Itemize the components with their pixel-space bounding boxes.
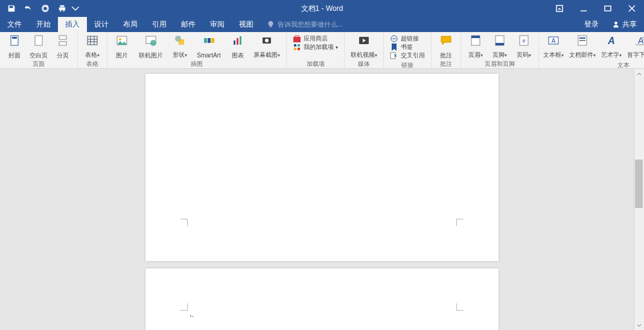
bookmark-button[interactable]: 书签 bbox=[389, 43, 426, 51]
screenshot-button[interactable]: 屏幕截图▾ bbox=[250, 33, 284, 60]
scroll-up-button[interactable] bbox=[634, 69, 644, 79]
smartart-icon bbox=[203, 34, 215, 47]
online-pictures-icon bbox=[145, 34, 157, 47]
textbox-button[interactable]: A 文本框▾ bbox=[541, 33, 566, 60]
online-pictures-button[interactable]: 联机图片 bbox=[134, 33, 168, 60]
store-icon bbox=[293, 34, 301, 43]
tab-mailings[interactable]: 邮件 bbox=[174, 17, 203, 32]
svg-rect-41 bbox=[496, 43, 504, 45]
crossref-icon bbox=[390, 51, 398, 60]
tab-view[interactable]: 视图 bbox=[232, 17, 261, 32]
ribbon-options-button[interactable] bbox=[547, 0, 572, 17]
group-tables: 表格▾ 表格 bbox=[78, 32, 107, 68]
save-icon bbox=[7, 4, 16, 13]
tab-insert[interactable]: 插入 bbox=[58, 17, 87, 32]
window-title: 文档1 - Word bbox=[301, 4, 343, 14]
document-page-2[interactable] bbox=[145, 268, 499, 330]
shapes-button[interactable]: 形状▾ bbox=[168, 33, 192, 60]
svg-text:A: A bbox=[552, 37, 556, 44]
qat-customize-button[interactable] bbox=[71, 1, 80, 16]
group-text: A 文本框▾ 文档部件▾ A 艺术字▾ A 首字下沉▾ 签名行▾ bbox=[539, 32, 644, 68]
smartart-button[interactable]: SmartArt bbox=[192, 33, 226, 60]
footer-icon bbox=[494, 34, 506, 47]
undo-icon bbox=[24, 4, 33, 13]
cover-page-button[interactable]: 封面 bbox=[2, 33, 27, 60]
chevron-up-icon bbox=[637, 72, 642, 77]
svg-rect-33 bbox=[294, 48, 296, 50]
close-icon bbox=[628, 5, 636, 12]
share-button[interactable]: 共享 bbox=[605, 19, 644, 30]
svg-point-5 bbox=[614, 22, 617, 25]
group-label-comments: 批注 bbox=[440, 60, 452, 68]
undo-button[interactable] bbox=[21, 1, 36, 16]
comment-icon bbox=[440, 34, 452, 47]
crossref-button[interactable]: 交叉引用 bbox=[389, 51, 426, 60]
svg-rect-48 bbox=[579, 40, 585, 41]
print-icon bbox=[58, 4, 66, 13]
close-button[interactable] bbox=[620, 0, 644, 17]
maximize-button[interactable] bbox=[596, 0, 620, 17]
text-cursor bbox=[190, 314, 194, 317]
page-number-button[interactable]: # 页码▾ bbox=[512, 33, 536, 60]
bookmark-icon bbox=[390, 43, 398, 51]
header-button[interactable]: 页眉▾ bbox=[464, 33, 488, 60]
my-addins-button[interactable]: 我的加载项▾ bbox=[292, 43, 339, 51]
svg-rect-31 bbox=[294, 44, 296, 47]
comment-button[interactable]: 批注 bbox=[434, 33, 458, 60]
tab-references[interactable]: 引用 bbox=[145, 17, 174, 32]
document-page-1[interactable] bbox=[145, 74, 499, 261]
blank-page-button[interactable]: 空白页 bbox=[27, 33, 51, 60]
page-break-button[interactable]: 分页 bbox=[51, 33, 75, 60]
svg-rect-21 bbox=[179, 39, 184, 45]
dropcap-icon: A bbox=[634, 34, 644, 47]
group-label-addins: 加载项 bbox=[307, 60, 325, 68]
quick-print-button[interactable] bbox=[54, 1, 70, 16]
scroll-thumb[interactable] bbox=[635, 160, 643, 208]
redo-icon bbox=[41, 4, 49, 13]
svg-rect-30 bbox=[293, 37, 301, 42]
chevron-down-icon bbox=[637, 323, 642, 328]
vertical-scrollbar[interactable] bbox=[634, 69, 644, 330]
minimize-button[interactable] bbox=[572, 0, 596, 17]
chart-button[interactable]: 图表 bbox=[226, 33, 250, 60]
group-addins: 应用商店 我的加载项▾ 加载项 bbox=[287, 32, 345, 68]
svg-text:#: # bbox=[522, 38, 525, 44]
wordart-icon: A bbox=[605, 34, 617, 47]
tell-me-search[interactable]: 告诉我您想要做什么... bbox=[267, 20, 578, 29]
group-label-tables: 表格 bbox=[86, 60, 98, 68]
group-label-pages: 页面 bbox=[33, 60, 45, 68]
scroll-down-button[interactable] bbox=[634, 320, 644, 330]
svg-rect-39 bbox=[471, 36, 480, 38]
blank-page-icon bbox=[33, 34, 45, 47]
tab-layout[interactable]: 布局 bbox=[116, 17, 145, 32]
group-illustrations: 图片 联机图片 形状▾ SmartArt 图表 屏幕截图▾ bbox=[107, 32, 287, 68]
footer-button[interactable]: 页脚▾ bbox=[488, 33, 512, 60]
group-links: 超链接 书签 交叉引用 链接 bbox=[384, 32, 432, 68]
document-scroll[interactable] bbox=[145, 69, 499, 330]
shapes-icon bbox=[174, 34, 186, 47]
sign-in-link[interactable]: 登录 bbox=[578, 19, 605, 30]
save-button[interactable] bbox=[4, 1, 19, 16]
svg-rect-37 bbox=[391, 53, 395, 59]
store-button[interactable]: 应用商店 bbox=[292, 34, 339, 43]
tab-home[interactable]: 开始 bbox=[29, 17, 58, 32]
wordart-button[interactable]: A 艺术字▾ bbox=[599, 33, 623, 60]
svg-rect-22 bbox=[204, 38, 207, 43]
group-label-media: 媒体 bbox=[358, 60, 370, 68]
quickparts-button[interactable]: 文档部件▾ bbox=[566, 33, 599, 60]
table-button[interactable]: 表格▾ bbox=[80, 33, 104, 60]
page-number-icon: # bbox=[518, 34, 530, 47]
margin-mark bbox=[180, 219, 188, 226]
dropcap-button[interactable]: A 首字下沉▾ bbox=[623, 33, 644, 60]
chevron-down-icon bbox=[71, 4, 80, 13]
redo-button[interactable] bbox=[37, 1, 53, 16]
pictures-icon bbox=[116, 34, 128, 47]
tab-file[interactable]: 文件 bbox=[0, 17, 29, 32]
svg-point-17 bbox=[119, 38, 121, 40]
tab-design[interactable]: 设计 bbox=[87, 17, 116, 32]
online-video-button[interactable]: 联机视频▾ bbox=[347, 33, 381, 60]
chart-icon bbox=[232, 34, 244, 47]
hyperlink-button[interactable]: 超链接 bbox=[389, 34, 426, 43]
tab-review[interactable]: 审阅 bbox=[203, 17, 232, 32]
pictures-button[interactable]: 图片 bbox=[110, 33, 134, 60]
